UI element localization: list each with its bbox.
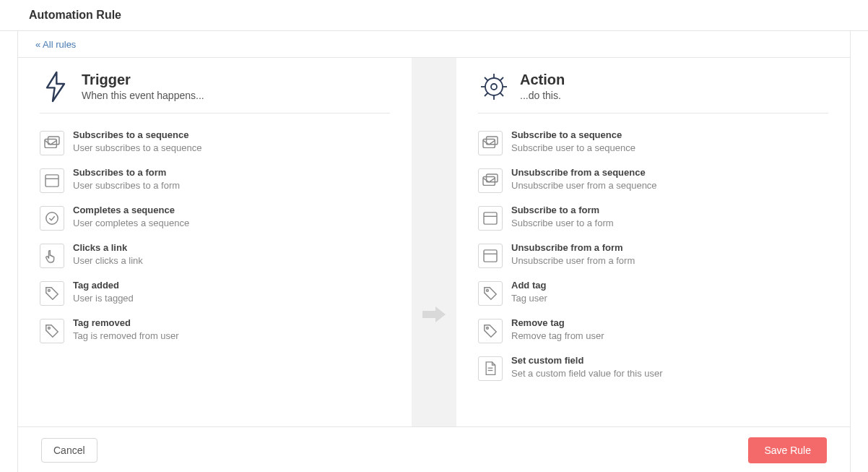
option-desc: Tag user [511, 293, 547, 305]
svg-rect-21 [483, 177, 495, 186]
arrow-right-icon [420, 304, 448, 325]
svg-rect-23 [484, 213, 497, 224]
option-title: Set custom field [511, 355, 663, 367]
tag-icon [40, 281, 64, 306]
option-desc: Subscribe user to a form [511, 218, 614, 230]
option-desc: User completes a sequence [73, 218, 189, 230]
form-icon [478, 206, 503, 231]
option-text: Unsubscribe from a formUnsubscribe user … [511, 242, 635, 267]
action-header: Action ...do this. [478, 71, 828, 113]
action-option[interactable]: Remove tagRemove tag from user [478, 313, 828, 351]
lightning-icon [40, 71, 71, 103]
option-text: Subscribe to a formSubscribe user to a f… [511, 205, 614, 230]
option-title: Subscribe to a form [511, 205, 614, 217]
option-title: Subscribes to a form [73, 167, 180, 179]
svg-marker-8 [422, 306, 446, 322]
option-title: Clicks a link [73, 242, 143, 254]
trigger-option[interactable]: Tag addedUser is tagged [40, 275, 390, 313]
option-text: Unsubscribe from a sequenceUnsubscribe u… [511, 167, 657, 192]
option-title: Tag removed [73, 317, 179, 330]
trigger-header-text: Trigger When this event happens... [82, 71, 204, 101]
option-desc: User subscribes to a sequence [73, 142, 201, 155]
svg-rect-19 [483, 140, 495, 148]
action-options: Subscribe to a sequenceSubscribe user to… [478, 125, 828, 388]
action-option[interactable]: Unsubscribe from a sequenceUnsubscribe u… [478, 163, 828, 200]
option-title: Tag added [73, 280, 134, 292]
divider [412, 58, 456, 426]
option-title: Completes a sequence [73, 205, 189, 217]
tag-icon [478, 281, 503, 306]
panels: Trigger When this event happens... Subsc… [18, 58, 850, 426]
option-desc: User subscribes to a form [73, 180, 180, 192]
option-title: Unsubscribe from a sequence [511, 167, 657, 179]
svg-line-16 [500, 93, 504, 97]
option-text: Remove tagRemove tag from user [511, 317, 604, 343]
svg-point-10 [491, 84, 497, 90]
trigger-title: Trigger [82, 71, 204, 88]
option-desc: Subscribe user to a sequence [511, 142, 635, 155]
breadcrumb-bar: « All rules [18, 31, 850, 58]
trigger-option[interactable]: Completes a sequenceUser completes a seq… [40, 200, 390, 238]
action-title: Action [520, 71, 565, 88]
svg-rect-1 [45, 140, 56, 148]
form-icon [478, 244, 503, 268]
option-desc: Unsubscribe user from a form [511, 255, 635, 267]
page-title: Automation Rule [29, 9, 121, 21]
action-header-text: Action ...do this. [520, 71, 565, 101]
option-text: Tag addedUser is tagged [73, 280, 134, 305]
option-desc: Tag is removed from user [73, 330, 179, 343]
svg-line-17 [485, 93, 488, 97]
action-panel: Action ...do this. Subscribe to a sequen… [456, 58, 850, 426]
svg-point-7 [48, 327, 51, 330]
action-option[interactable]: Subscribe to a formSubscribe user to a f… [478, 200, 828, 238]
svg-marker-0 [47, 72, 64, 101]
option-title: Unsubscribe from a form [511, 242, 635, 254]
main-container: « All rules Trigger When this event happ… [17, 31, 851, 472]
trigger-option[interactable]: Clicks a linkUser clicks a link [40, 238, 390, 275]
option-desc: Remove tag from user [511, 330, 604, 343]
trigger-option[interactable]: Subscribes to a sequenceUser subscribes … [40, 125, 390, 163]
action-option[interactable]: Unsubscribe from a formUnsubscribe user … [478, 238, 828, 275]
option-title: Subscribes to a sequence [73, 129, 201, 142]
gear-icon [478, 71, 510, 103]
save-button[interactable]: Save Rule [748, 437, 827, 463]
action-option[interactable]: Add tagTag user [478, 275, 828, 313]
option-text: Clicks a linkUser clicks a link [73, 242, 143, 267]
check-icon [40, 206, 64, 231]
sequence-icon [478, 131, 503, 155]
cancel-button[interactable]: Cancel [41, 438, 97, 463]
svg-point-27 [487, 290, 489, 292]
svg-rect-3 [45, 175, 58, 186]
trigger-option[interactable]: Subscribes to a formUser subscribes to a… [40, 163, 390, 200]
option-desc: Set a custom field value for this user [511, 368, 663, 380]
option-desc: User is tagged [73, 293, 134, 305]
tag-icon [40, 319, 64, 343]
action-option[interactable]: Subscribe to a sequenceSubscribe user to… [478, 125, 828, 163]
pointer-icon [40, 244, 64, 268]
option-text: Set custom fieldSet a custom field value… [511, 355, 663, 380]
option-title: Add tag [511, 280, 547, 292]
trigger-option[interactable]: Tag removedTag is removed from user [40, 313, 390, 351]
sequence-icon [478, 168, 503, 193]
trigger-panel: Trigger When this event happens... Subsc… [18, 58, 412, 426]
all-rules-link[interactable]: « All rules [35, 39, 76, 50]
option-desc: User clicks a link [73, 255, 143, 267]
option-text: Subscribes to a formUser subscribes to a… [73, 167, 180, 192]
svg-point-5 [46, 213, 58, 224]
svg-point-6 [48, 290, 51, 292]
option-title: Subscribe to a sequence [511, 129, 635, 142]
trigger-header: Trigger When this event happens... [40, 71, 390, 113]
action-option[interactable]: Set custom fieldSet a custom field value… [478, 351, 828, 388]
svg-line-18 [500, 77, 504, 81]
sequence-icon [40, 131, 64, 155]
file-icon [478, 356, 503, 381]
option-text: Subscribe to a sequenceSubscribe user to… [511, 129, 635, 155]
svg-rect-25 [484, 250, 497, 262]
action-subtitle: ...do this. [520, 90, 565, 101]
trigger-options: Subscribes to a sequenceUser subscribes … [40, 125, 390, 351]
option-text: Subscribes to a sequenceUser subscribes … [73, 129, 201, 155]
svg-point-9 [485, 78, 503, 95]
option-text: Tag removedTag is removed from user [73, 317, 179, 343]
footer: Cancel Save Rule [18, 426, 850, 472]
tag-icon [478, 319, 503, 343]
